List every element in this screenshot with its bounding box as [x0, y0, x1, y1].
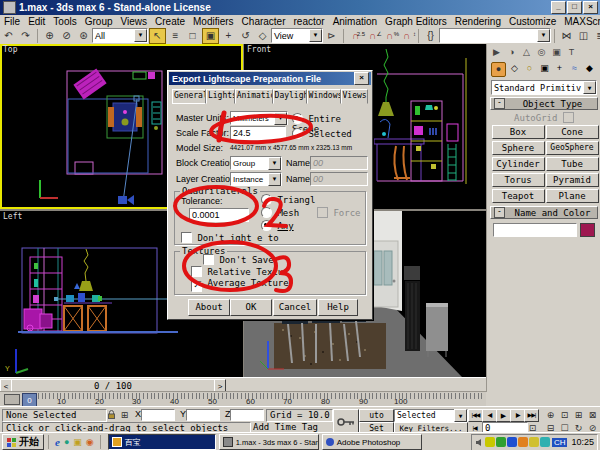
menu-rendering[interactable]: Rendering — [451, 16, 505, 27]
menu-customize[interactable]: Customize — [505, 16, 560, 27]
helpers-category-icon[interactable]: + — [553, 62, 566, 75]
torus-button[interactable]: Torus — [492, 173, 545, 187]
zoom-extents-all-icon[interactable]: ⊠ — [586, 409, 599, 421]
cylinder-button[interactable]: Cylinder — [492, 157, 545, 171]
create-tab-icon[interactable]: ▶ — [489, 45, 504, 59]
menu-create[interactable]: Create — [151, 16, 189, 27]
menu-maxscript[interactable]: MAXScript — [560, 16, 600, 27]
quick-launch-icon[interactable]: ● — [64, 437, 69, 447]
block-name-field[interactable]: 00 — [310, 156, 368, 170]
help-button[interactable]: Help — [318, 299, 358, 316]
teapot-button[interactable]: Teapot — [492, 189, 545, 203]
select-and-scale-icon[interactable]: ◇ — [255, 29, 270, 43]
lights-category-icon[interactable]: ○ — [523, 62, 536, 75]
tab-windows[interactable]: Windows — [307, 89, 341, 104]
autogrid-checkbox[interactable] — [563, 112, 574, 123]
viewport-left-label[interactable]: Left — [3, 212, 22, 221]
dont-split-checkbox[interactable]: Don't ight e to — [181, 232, 279, 243]
object-color-swatch[interactable] — [580, 223, 595, 237]
language-indicator[interactable]: CH — [552, 438, 568, 447]
chevron-down-icon[interactable]: ▼ — [268, 173, 281, 186]
chevron-down-icon[interactable]: ▼ — [274, 112, 287, 125]
tray-icon[interactable] — [485, 437, 495, 447]
select-and-manipulate-icon[interactable]: ⊳ — [324, 29, 339, 43]
viewport-front-label[interactable]: Front — [247, 45, 271, 54]
systems-category-icon[interactable]: ◆ — [583, 62, 596, 75]
export-lightscape-dialog[interactable]: Export Lightscape Preparation File × Gen… — [167, 70, 373, 320]
display-tab-icon[interactable]: ▣ — [549, 45, 564, 59]
tray-icon[interactable] — [518, 437, 528, 447]
speaker-icon[interactable] — [475, 438, 484, 447]
percent-snap-icon[interactable]: ∩% — [382, 29, 397, 43]
tab-views[interactable]: Views — [341, 89, 368, 104]
go-to-end-button[interactable]: ▶▶| — [524, 409, 539, 422]
tab-daylight[interactable]: Daylight — [273, 89, 307, 104]
geometry-category-icon[interactable]: ● — [491, 62, 506, 77]
bind-to-space-warp-icon[interactable]: ⊛ — [76, 29, 91, 43]
tab-general[interactable]: General — [172, 89, 206, 104]
relative-texture-checkbox[interactable]: Relative Textur — [191, 266, 289, 277]
select-object-icon[interactable]: ↖ — [149, 28, 166, 44]
chevron-down-icon[interactable]: ▼ — [537, 29, 550, 42]
select-and-link-icon[interactable]: ⊕ — [42, 29, 57, 43]
chevron-down-icon[interactable]: ▼ — [309, 29, 322, 42]
tolerance-field[interactable]: 0.0001 — [189, 208, 249, 222]
modify-tab-icon[interactable]: ◑ — [504, 45, 519, 59]
chevron-down-icon[interactable]: ▼ — [454, 409, 467, 422]
about-button[interactable]: About — [188, 299, 230, 316]
selection-set-dropdown[interactable]: Selected▼ — [394, 409, 468, 422]
cancel-button[interactable]: Cancel — [273, 299, 317, 316]
select-and-rotate-icon[interactable]: ↺ — [238, 29, 253, 43]
absolute-offset-toggle-icon[interactable]: ⊞ — [119, 409, 130, 420]
select-by-name-icon[interactable]: ≡ — [168, 29, 183, 43]
menu-character[interactable]: Character — [238, 16, 290, 27]
minimize-button[interactable]: _ — [551, 1, 566, 14]
named-selection-sets-icon[interactable]: {} — [423, 29, 438, 43]
dialog-title-bar[interactable]: Export Lightscape Preparation File × — [169, 72, 371, 85]
menu-tools[interactable]: Tools — [49, 16, 80, 27]
shapes-category-icon[interactable]: ◇ — [508, 62, 521, 75]
menu-views[interactable]: Views — [117, 16, 152, 27]
ok-button[interactable]: OK — [230, 299, 272, 316]
menu-modifiers[interactable]: Modifiers — [189, 16, 238, 27]
object-type-rollout[interactable]: - Object Type — [490, 97, 598, 110]
menu-group[interactable]: Group — [81, 16, 117, 27]
object-name-field[interactable] — [493, 223, 577, 237]
tube-button[interactable]: Tube — [546, 157, 599, 171]
hierarchy-tab-icon[interactable]: △ — [519, 45, 534, 59]
dialog-close-icon[interactable]: × — [354, 72, 369, 85]
taskbar-window-3dsmax[interactable]: 1.max - 3ds max 6 - Stan... — [219, 434, 319, 450]
collapse-icon[interactable]: - — [494, 207, 505, 218]
select-and-move-icon[interactable]: + — [221, 29, 236, 43]
chevron-down-icon[interactable]: ▼ — [134, 29, 147, 42]
zoom-icon[interactable]: ⊕ — [544, 409, 557, 421]
name-color-rollout[interactable]: - Name and Color — [490, 206, 598, 219]
menu-edit[interactable]: Edit — [24, 16, 49, 27]
quick-launch-icon[interactable]: ◉ — [86, 437, 94, 447]
viewport-top-label[interactable]: Top — [3, 45, 17, 54]
play-button[interactable]: ▶ — [496, 409, 511, 422]
align-icon[interactable]: ◫ — [576, 29, 591, 43]
track-bar[interactable]: 0 10 20 30 40 50 60 70 80 90 100 — [0, 391, 486, 407]
force-checkbox[interactable]: Force — [317, 207, 361, 218]
x-coordinate-field[interactable] — [141, 409, 175, 421]
coord-system-dropdown[interactable]: View ▼ — [271, 28, 323, 43]
lock-selection-icon[interactable] — [106, 409, 117, 420]
layer-creation-dropdown[interactable]: Instance ▼ — [230, 172, 282, 186]
tab-lights[interactable]: Lights — [206, 89, 235, 104]
layer-name-field[interactable]: 00 — [310, 172, 368, 186]
mesh-radio[interactable]: Mesh — [261, 207, 299, 218]
menu-file[interactable]: File — [0, 16, 24, 27]
spinner-snap-icon[interactable]: ∩↕ — [399, 29, 414, 43]
next-frame-button[interactable]: |▶ — [510, 409, 525, 422]
z-coordinate-field[interactable] — [230, 409, 264, 421]
cameras-category-icon[interactable]: ▣ — [538, 62, 551, 75]
master-units-dropdown[interactable]: Millimeters ▼ — [230, 111, 288, 125]
window-crossing-icon[interactable]: ▣ — [202, 28, 219, 44]
category-dropdown[interactable]: Standard Primitiv ▼ — [491, 80, 597, 95]
selection-filter-dropdown[interactable]: All ▼ — [92, 28, 148, 43]
pyramid-button[interactable]: Pyramid — [546, 173, 599, 187]
tray-icon[interactable] — [529, 437, 539, 447]
menu-animation[interactable]: Animation — [329, 16, 381, 27]
motion-tab-icon[interactable]: ◎ — [534, 45, 549, 59]
